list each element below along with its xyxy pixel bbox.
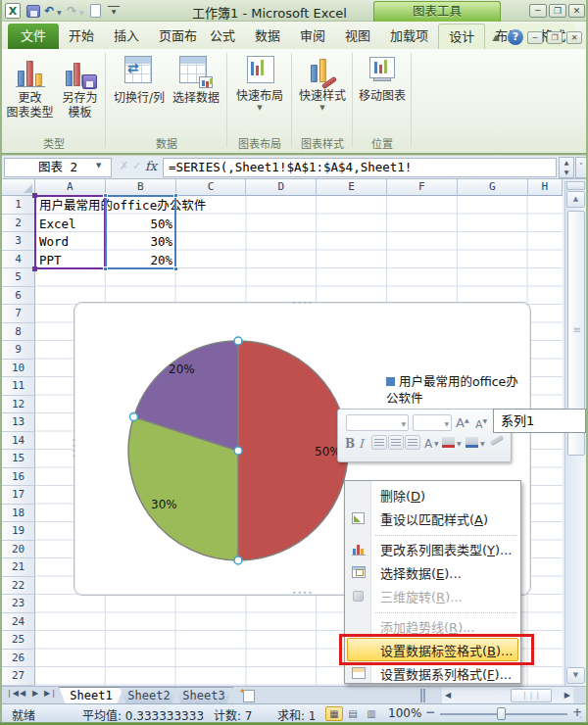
align-right-button[interactable] <box>405 435 420 450</box>
collapse-ribbon-icon[interactable]: ▲ <box>488 32 504 42</box>
row-header-23[interactable]: 23 <box>2 595 35 613</box>
column-header-E[interactable]: E <box>317 179 387 196</box>
row-header-18[interactable]: 18 <box>2 505 35 523</box>
move-chart-button[interactable]: 移动图表 <box>356 54 409 104</box>
tab-审阅[interactable]: 审阅 <box>290 24 335 49</box>
scroll-right-icon[interactable]: ▶ <box>564 691 570 700</box>
undo-dropdown-icon[interactable]: ▼ <box>57 9 62 16</box>
tab-加载项[interactable]: 加载项 <box>380 24 438 49</box>
quick-styles-dropdown-icon[interactable]: ▼ <box>295 104 350 112</box>
sheet-tab-Sheet3[interactable]: Sheet3 <box>174 687 233 704</box>
quick-layout-button[interactable]: 快速布局 ▼ <box>232 54 287 112</box>
tab-公式[interactable]: 公式 <box>200 24 245 49</box>
column-header-H[interactable]: H <box>528 179 563 196</box>
qat-customize-icon[interactable]: ▼ <box>108 6 120 15</box>
column-header-F[interactable]: F <box>387 179 458 196</box>
workbook-close-button[interactable]: ✕ <box>566 31 582 44</box>
row-header-13[interactable]: 13 <box>2 413 35 432</box>
workbook-minimize-button[interactable]: ─ <box>527 31 543 44</box>
tab-视图[interactable]: 视图 <box>335 24 380 49</box>
font-size-combo[interactable]: ▼ <box>413 414 452 431</box>
row-header-1[interactable]: 1 <box>2 196 35 215</box>
insert-function-icon[interactable]: fx <box>145 159 157 173</box>
row-header-22[interactable]: 22 <box>2 577 35 596</box>
font-color-button[interactable]: A <box>424 437 432 451</box>
tab-scrollbar-splitter[interactable] <box>420 689 425 702</box>
chart-grip-top[interactable]: ∙∙∙∙ <box>292 301 314 305</box>
redo-icon[interactable]: ↷ <box>67 3 76 19</box>
quick-styles-button[interactable]: 快速样式 ▼ <box>295 54 350 112</box>
tab-页面布[interactable]: 页面布 <box>149 24 200 49</box>
row-header-5[interactable]: 5 <box>2 268 35 287</box>
row-header-25[interactable]: 25 <box>2 631 35 650</box>
name-box-dropdown-icon[interactable]: ▼ <box>96 162 101 169</box>
italic-button[interactable]: I <box>359 437 364 451</box>
undo-icon[interactable]: ↶ <box>44 3 54 19</box>
horizontal-scroll-thumb[interactable]: ❘❘❘ <box>511 689 552 702</box>
row-header-15[interactable]: 15 <box>2 450 35 468</box>
row-header-4[interactable]: 4 <box>2 251 35 269</box>
range-handle[interactable] <box>173 266 178 271</box>
select-data-button[interactable]: 选择数据 <box>169 54 223 106</box>
align-left-button[interactable] <box>371 435 387 450</box>
formula-input[interactable]: =SERIES(,Sheet1!$A$1:$A$4,Sheet1! <box>163 158 557 177</box>
help-icon[interactable]: ? <box>508 29 523 45</box>
horizontal-scrollbar[interactable]: ◀ ❘❘❘ ▶ <box>442 687 573 704</box>
save-as-template-button[interactable]: 另存为 模板 <box>56 54 104 121</box>
cancel-icon[interactable]: ✗ <box>120 160 128 172</box>
switch-row-column-button[interactable]: ⇄ 切换行/列 <box>112 54 167 106</box>
row-header-10[interactable]: 10 <box>2 360 35 378</box>
vertical-scrollbar[interactable]: ▲ ▼ <box>564 181 585 686</box>
outline-color-button[interactable] <box>466 437 478 448</box>
scroll-down-icon[interactable]: ▼ <box>566 667 585 684</box>
row-header-7[interactable]: 7 <box>2 305 35 323</box>
new-document-icon[interactable] <box>90 4 101 18</box>
legend-entry-series[interactable]: 用户最常用的office办公软件 <box>386 373 525 407</box>
page-layout-view-button[interactable]: ▤ <box>344 706 362 721</box>
formula-bar-spinner[interactable]: ▲▼ <box>559 157 574 178</box>
next-sheet-icon[interactable]: ▶ <box>32 689 38 698</box>
change-chart-type-button[interactable]: 更改 图表类型 <box>6 54 54 121</box>
sheet-tab-Sheet2[interactable]: Sheet2 <box>120 687 178 704</box>
row-header-9[interactable]: 9 <box>2 341 35 360</box>
page-break-view-button[interactable]: ▥ <box>363 706 380 721</box>
workbook-restore-button[interactable]: ❐ <box>547 31 563 44</box>
data-label-ppt[interactable]: 20% <box>169 362 195 376</box>
redo-dropdown-icon[interactable]: ▼ <box>79 9 84 16</box>
window-restore-button[interactable]: ❐ <box>549 4 566 18</box>
row-header-12[interactable]: 12 <box>2 396 35 414</box>
row-header-21[interactable]: 21 <box>2 558 35 577</box>
insert-worksheet-icon[interactable] <box>243 690 255 702</box>
column-header-A[interactable]: A <box>35 179 106 196</box>
tab-数据[interactable]: 数据 <box>245 24 290 49</box>
row-header-20[interactable]: 20 <box>2 541 35 559</box>
row-header-14[interactable]: 14 <box>2 432 35 451</box>
tab-file[interactable]: 文件 <box>8 24 59 49</box>
format-painter-button[interactable] <box>490 435 505 446</box>
row-header-17[interactable]: 17 <box>2 486 35 505</box>
column-header-D[interactable]: D <box>246 179 317 196</box>
outline-color-dropdown-icon[interactable]: ▼ <box>480 440 485 447</box>
save-icon[interactable] <box>26 5 40 18</box>
row-header-16[interactable]: 16 <box>2 468 35 487</box>
last-sheet-icon[interactable]: ▶❘ <box>44 689 57 698</box>
align-center-button[interactable] <box>388 435 404 450</box>
zoom-slider-thumb[interactable] <box>497 707 506 720</box>
window-close-button[interactable]: ✕ <box>568 4 585 18</box>
scroll-left-icon[interactable]: ◀ <box>445 691 451 700</box>
first-sheet-icon[interactable]: ❘◀ <box>6 689 19 698</box>
row-header-19[interactable]: 19 <box>2 522 35 541</box>
range-handle[interactable] <box>103 193 108 198</box>
column-header-G[interactable]: G <box>458 179 528 196</box>
chart-grip-bottom[interactable]: ∙∙∙∙ <box>292 591 314 595</box>
range-handle[interactable] <box>173 193 178 198</box>
shrink-font-button[interactable]: A▼ <box>475 417 487 431</box>
prev-sheet-icon[interactable]: ◀ <box>20 689 25 698</box>
quick-layout-dropdown-icon[interactable]: ▼ <box>232 104 287 112</box>
menu-item-更改系列图表类型[interactable]: 更改系列图表类型(Y)... <box>345 537 520 560</box>
zoom-out-button[interactable]: − <box>425 705 435 719</box>
vertical-split-handle[interactable] <box>566 181 585 190</box>
zoom-level[interactable]: 100% <box>388 706 421 720</box>
row-header-24[interactable]: 24 <box>2 613 35 632</box>
tab-插入[interactable]: 插入 <box>104 24 149 49</box>
